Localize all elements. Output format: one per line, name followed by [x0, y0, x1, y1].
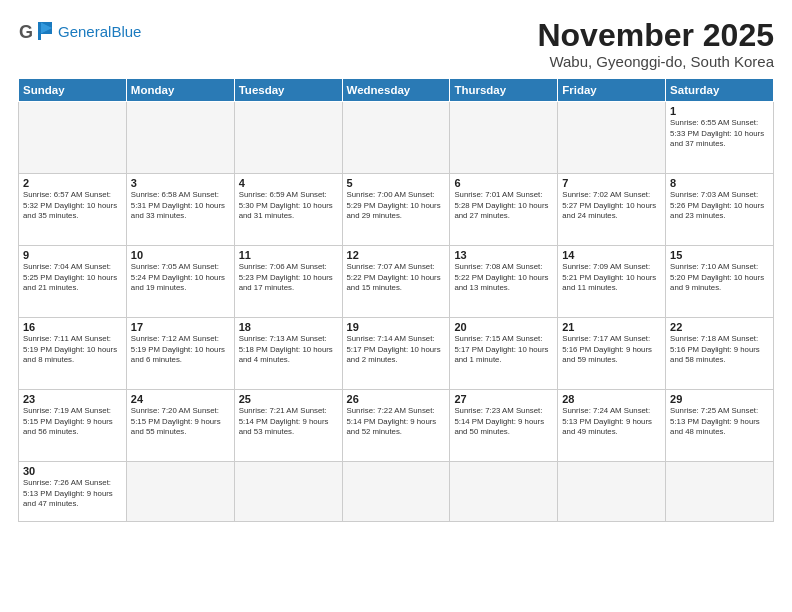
day-info: Sunrise: 7:25 AM Sunset: 5:13 PM Dayligh…	[670, 406, 769, 438]
calendar-table: Sunday Monday Tuesday Wednesday Thursday…	[18, 78, 774, 522]
day-info: Sunrise: 7:20 AM Sunset: 5:15 PM Dayligh…	[131, 406, 230, 438]
day-number: 8	[670, 177, 769, 189]
day-info: Sunrise: 7:07 AM Sunset: 5:22 PM Dayligh…	[347, 262, 446, 294]
day-info: Sunrise: 7:26 AM Sunset: 5:13 PM Dayligh…	[23, 478, 122, 510]
table-row: 3Sunrise: 6:58 AM Sunset: 5:31 PM Daylig…	[126, 174, 234, 246]
day-number: 5	[347, 177, 446, 189]
day-info: Sunrise: 7:04 AM Sunset: 5:25 PM Dayligh…	[23, 262, 122, 294]
table-row: 23Sunrise: 7:19 AM Sunset: 5:15 PM Dayli…	[19, 390, 127, 462]
day-number: 17	[131, 321, 230, 333]
day-info: Sunrise: 7:00 AM Sunset: 5:29 PM Dayligh…	[347, 190, 446, 222]
table-row: 26Sunrise: 7:22 AM Sunset: 5:14 PM Dayli…	[342, 390, 450, 462]
table-row: 6Sunrise: 7:01 AM Sunset: 5:28 PM Daylig…	[450, 174, 558, 246]
day-number: 23	[23, 393, 122, 405]
col-sunday: Sunday	[19, 79, 127, 102]
table-row: 19Sunrise: 7:14 AM Sunset: 5:17 PM Dayli…	[342, 318, 450, 390]
table-row: 15Sunrise: 7:10 AM Sunset: 5:20 PM Dayli…	[666, 246, 774, 318]
table-row	[666, 462, 774, 522]
day-number: 27	[454, 393, 553, 405]
day-info: Sunrise: 7:09 AM Sunset: 5:21 PM Dayligh…	[562, 262, 661, 294]
table-row: 25Sunrise: 7:21 AM Sunset: 5:14 PM Dayli…	[234, 390, 342, 462]
table-row	[126, 462, 234, 522]
table-row: 22Sunrise: 7:18 AM Sunset: 5:16 PM Dayli…	[666, 318, 774, 390]
table-row: 10Sunrise: 7:05 AM Sunset: 5:24 PM Dayli…	[126, 246, 234, 318]
day-info: Sunrise: 7:22 AM Sunset: 5:14 PM Dayligh…	[347, 406, 446, 438]
col-saturday: Saturday	[666, 79, 774, 102]
day-number: 24	[131, 393, 230, 405]
logo-blue: Blue	[111, 23, 141, 40]
day-number: 22	[670, 321, 769, 333]
svg-text:G: G	[19, 22, 33, 42]
day-number: 29	[670, 393, 769, 405]
day-info: Sunrise: 7:17 AM Sunset: 5:16 PM Dayligh…	[562, 334, 661, 366]
table-row	[126, 102, 234, 174]
day-number: 12	[347, 249, 446, 261]
day-info: Sunrise: 6:58 AM Sunset: 5:31 PM Dayligh…	[131, 190, 230, 222]
col-wednesday: Wednesday	[342, 79, 450, 102]
title-block: November 2025 Wabu, Gyeonggi-do, South K…	[537, 18, 774, 70]
day-number: 30	[23, 465, 122, 477]
day-number: 6	[454, 177, 553, 189]
table-row: 8Sunrise: 7:03 AM Sunset: 5:26 PM Daylig…	[666, 174, 774, 246]
day-number: 9	[23, 249, 122, 261]
day-number: 2	[23, 177, 122, 189]
table-row	[19, 102, 127, 174]
logo-general: General	[58, 23, 111, 40]
day-number: 3	[131, 177, 230, 189]
location: Wabu, Gyeonggi-do, South Korea	[537, 53, 774, 70]
table-row: 11Sunrise: 7:06 AM Sunset: 5:23 PM Dayli…	[234, 246, 342, 318]
day-info: Sunrise: 7:12 AM Sunset: 5:19 PM Dayligh…	[131, 334, 230, 366]
col-monday: Monday	[126, 79, 234, 102]
day-number: 18	[239, 321, 338, 333]
calendar-header-row: Sunday Monday Tuesday Wednesday Thursday…	[19, 79, 774, 102]
month-title: November 2025	[537, 18, 774, 53]
calendar-page: G GeneralBlue November 2025 Wabu, Gyeong…	[0, 0, 792, 612]
table-row	[450, 462, 558, 522]
table-row	[342, 462, 450, 522]
day-info: Sunrise: 7:14 AM Sunset: 5:17 PM Dayligh…	[347, 334, 446, 366]
table-row: 27Sunrise: 7:23 AM Sunset: 5:14 PM Dayli…	[450, 390, 558, 462]
table-row: 14Sunrise: 7:09 AM Sunset: 5:21 PM Dayli…	[558, 246, 666, 318]
table-row	[234, 102, 342, 174]
table-row	[234, 462, 342, 522]
day-info: Sunrise: 6:57 AM Sunset: 5:32 PM Dayligh…	[23, 190, 122, 222]
day-number: 28	[562, 393, 661, 405]
day-number: 15	[670, 249, 769, 261]
day-number: 26	[347, 393, 446, 405]
day-number: 7	[562, 177, 661, 189]
table-row: 4Sunrise: 6:59 AM Sunset: 5:30 PM Daylig…	[234, 174, 342, 246]
day-info: Sunrise: 7:06 AM Sunset: 5:23 PM Dayligh…	[239, 262, 338, 294]
day-number: 1	[670, 105, 769, 117]
table-row	[558, 462, 666, 522]
day-info: Sunrise: 6:55 AM Sunset: 5:33 PM Dayligh…	[670, 118, 769, 150]
day-info: Sunrise: 7:13 AM Sunset: 5:18 PM Dayligh…	[239, 334, 338, 366]
table-row: 18Sunrise: 7:13 AM Sunset: 5:18 PM Dayli…	[234, 318, 342, 390]
table-row: 2Sunrise: 6:57 AM Sunset: 5:32 PM Daylig…	[19, 174, 127, 246]
logo-icon: G	[18, 18, 54, 46]
day-number: 14	[562, 249, 661, 261]
table-row	[342, 102, 450, 174]
table-row: 9Sunrise: 7:04 AM Sunset: 5:25 PM Daylig…	[19, 246, 127, 318]
col-thursday: Thursday	[450, 79, 558, 102]
table-row: 30Sunrise: 7:26 AM Sunset: 5:13 PM Dayli…	[19, 462, 127, 522]
logo: G GeneralBlue	[18, 18, 141, 46]
day-info: Sunrise: 7:02 AM Sunset: 5:27 PM Dayligh…	[562, 190, 661, 222]
day-info: Sunrise: 6:59 AM Sunset: 5:30 PM Dayligh…	[239, 190, 338, 222]
table-row	[450, 102, 558, 174]
day-info: Sunrise: 7:05 AM Sunset: 5:24 PM Dayligh…	[131, 262, 230, 294]
day-info: Sunrise: 7:01 AM Sunset: 5:28 PM Dayligh…	[454, 190, 553, 222]
day-info: Sunrise: 7:18 AM Sunset: 5:16 PM Dayligh…	[670, 334, 769, 366]
day-number: 11	[239, 249, 338, 261]
logo-text: GeneralBlue	[58, 24, 141, 41]
table-row: 20Sunrise: 7:15 AM Sunset: 5:17 PM Dayli…	[450, 318, 558, 390]
day-info: Sunrise: 7:11 AM Sunset: 5:19 PM Dayligh…	[23, 334, 122, 366]
day-number: 25	[239, 393, 338, 405]
table-row: 24Sunrise: 7:20 AM Sunset: 5:15 PM Dayli…	[126, 390, 234, 462]
table-row: 12Sunrise: 7:07 AM Sunset: 5:22 PM Dayli…	[342, 246, 450, 318]
day-info: Sunrise: 7:19 AM Sunset: 5:15 PM Dayligh…	[23, 406, 122, 438]
table-row: 13Sunrise: 7:08 AM Sunset: 5:22 PM Dayli…	[450, 246, 558, 318]
day-info: Sunrise: 7:24 AM Sunset: 5:13 PM Dayligh…	[562, 406, 661, 438]
day-info: Sunrise: 7:10 AM Sunset: 5:20 PM Dayligh…	[670, 262, 769, 294]
day-number: 19	[347, 321, 446, 333]
day-number: 10	[131, 249, 230, 261]
